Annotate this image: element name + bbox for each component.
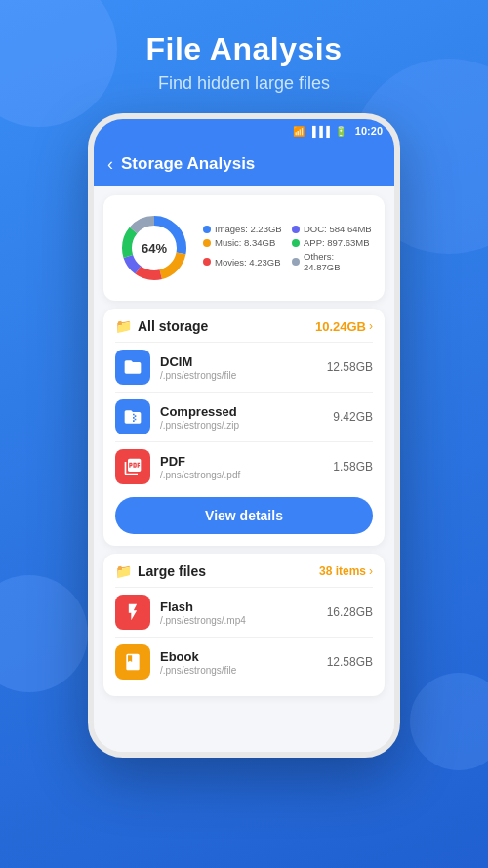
header-section: File Analysis Find hidden large files (0, 0, 488, 94)
compressed-icon (115, 399, 150, 434)
top-bar: ‹ Storage Analysis (94, 143, 394, 186)
pdf-info: PDF /.pns/estrongs/.pdf (160, 454, 323, 480)
large-files-title: Large files (138, 563, 206, 579)
status-time: 10:20 (355, 125, 383, 137)
phone-container: 📶 ▐▐▐ 🔋 10:20 ‹ Storage Analysis (0, 113, 488, 758)
phone-mockup: 📶 ▐▐▐ 🔋 10:20 ‹ Storage Analysis (88, 113, 400, 758)
donut-chart: 64% (115, 209, 193, 287)
ebook-name: Ebook (160, 649, 317, 664)
compressed-name: Compressed (160, 404, 323, 419)
compressed-path: /.pns/estrongs/.zip (160, 420, 323, 431)
legend-dot-music (203, 239, 211, 247)
pdf-size: 1.58GB (333, 460, 373, 474)
ebook-path: /.pns/estrongs/file (160, 665, 317, 676)
large-files-title-row: 📁 Large files (115, 563, 206, 579)
donut-center-text: 64% (142, 241, 167, 256)
legend-dot-doc (292, 226, 300, 233)
pdf-icon (115, 449, 150, 484)
status-bar: 📶 ▐▐▐ 🔋 10:20 (94, 119, 394, 143)
legend-dot-app (292, 239, 300, 247)
content-area: 64% Images: 2.23GB DOC: 584.64MB (94, 186, 394, 752)
battery-icon: 🔋 (335, 126, 346, 137)
ebook-info: Ebook /.pns/estrongs/file (160, 649, 317, 676)
dcim-path: /.pns/estrongs/file (160, 370, 317, 381)
compressed-size: 9.42GB (333, 410, 373, 424)
all-storage-card: 📁 All storage 10.24GB › DCIM /.p (103, 309, 385, 546)
legend-label-images: Images: 2.23GB (215, 224, 282, 234)
legend-app: APP: 897.63MB (292, 237, 373, 248)
chart-row: 64% Images: 2.23GB DOC: 584.64MB (115, 209, 373, 287)
large-files-folder-icon: 📁 (115, 563, 132, 579)
chart-card: 64% Images: 2.23GB DOC: 584.64MB (103, 195, 385, 301)
ebook-icon (115, 644, 150, 680)
large-files-card: 📁 Large files 38 items › Flash / (103, 554, 385, 696)
pdf-name: PDF (160, 454, 323, 469)
large-files-chevron: › (369, 564, 373, 578)
all-storage-chevron: › (369, 319, 373, 333)
page-subtitle: Find hidden large files (0, 73, 488, 94)
flash-name: Flash (160, 599, 317, 614)
large-files-meta[interactable]: 38 items › (319, 564, 373, 578)
legend-dot-others (292, 258, 300, 266)
dcim-size: 12.58GB (327, 360, 373, 374)
all-storage-header: 📁 All storage 10.24GB › (115, 318, 373, 334)
legend-images: Images: 2.23GB (203, 224, 284, 234)
flash-path: /.pns/estrongs/.mp4 (160, 615, 317, 626)
flash-size: 16.28GB (327, 605, 373, 619)
signal-icon: ▐▐▐ (309, 126, 330, 137)
compressed-info: Compressed /.pns/estrongs/.zip (160, 404, 323, 431)
all-storage-meta[interactable]: 10.24GB › (315, 319, 373, 334)
legend-movies: Movies: 4.23GB (203, 251, 284, 272)
legend-dot-movies (203, 258, 211, 266)
legend-label-music: Music: 8.34GB (215, 237, 275, 248)
legend-label-others: Others: 24.87GB (304, 251, 373, 272)
chart-legend: Images: 2.23GB DOC: 584.64MB Music: 8.34… (203, 224, 373, 272)
legend-music: Music: 8.34GB (203, 237, 284, 248)
pdf-path: /.pns/estrongs/.pdf (160, 470, 323, 480)
legend-label-doc: DOC: 584.64MB (304, 224, 372, 234)
dcim-name: DCIM (160, 354, 317, 369)
legend-label-app: APP: 897.63MB (304, 237, 370, 248)
all-storage-title: All storage (138, 318, 208, 334)
view-details-button[interactable]: View details (115, 497, 373, 534)
large-files-header: 📁 Large files 38 items › (115, 563, 373, 579)
flash-icon (115, 595, 150, 630)
back-button[interactable]: ‹ (107, 154, 113, 175)
top-bar-title: Storage Analysis (121, 154, 255, 174)
legend-others: Others: 24.87GB (292, 251, 373, 272)
legend-label-movies: Movies: 4.23GB (215, 257, 281, 268)
ebook-size: 12.58GB (327, 655, 373, 669)
dcim-icon (115, 350, 150, 385)
file-item-ebook[interactable]: Ebook /.pns/estrongs/file 12.58GB (115, 637, 373, 686)
wifi-icon: 📶 (293, 126, 305, 137)
file-item-pdf[interactable]: PDF /.pns/estrongs/.pdf 1.58GB (115, 441, 373, 491)
storage-folder-icon: 📁 (115, 318, 132, 334)
all-storage-title-row: 📁 All storage (115, 318, 208, 334)
dcim-info: DCIM /.pns/estrongs/file (160, 354, 317, 381)
large-files-count: 38 items (319, 564, 366, 578)
legend-dot-images (203, 226, 211, 233)
file-item-dcim[interactable]: DCIM /.pns/estrongs/file 12.58GB (115, 342, 373, 392)
file-item-compressed[interactable]: Compressed /.pns/estrongs/.zip 9.42GB (115, 392, 373, 441)
flash-info: Flash /.pns/estrongs/.mp4 (160, 599, 317, 626)
file-item-flash[interactable]: Flash /.pns/estrongs/.mp4 16.28GB (115, 587, 373, 637)
page-title: File Analysis (0, 31, 488, 67)
all-storage-total: 10.24GB (315, 319, 366, 334)
legend-doc: DOC: 584.64MB (292, 224, 373, 234)
